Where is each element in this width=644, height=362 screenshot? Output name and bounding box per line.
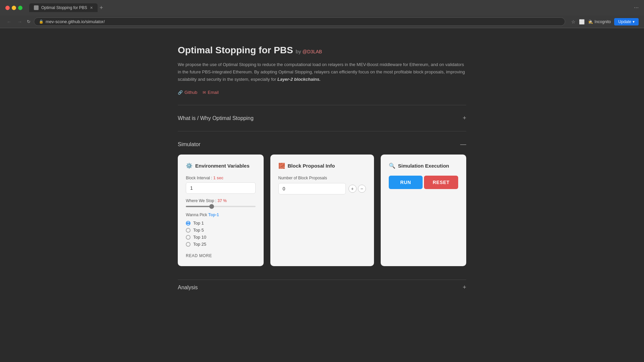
what-is-toggle[interactable]: + [463, 115, 466, 122]
gear-icon: ⚙️ [186, 163, 193, 169]
simulator-title: Simulator [178, 141, 201, 147]
link-icon: 🔗 [178, 90, 183, 95]
by-label: by [296, 49, 303, 54]
env-vars-title-text: Environment Variables [195, 163, 250, 169]
browser-titlebar: Optimal Stopping for PBS ✕ + ⋯ [0, 0, 644, 15]
radio-top5[interactable]: Top 5 [186, 228, 256, 233]
radio-top25-label: Top 25 [193, 242, 206, 247]
author-label: @D3LAB [303, 49, 322, 54]
back-button[interactable]: ← [5, 18, 13, 26]
slider-container: Where We Stop : 37 % [186, 198, 256, 207]
incognito-icon: 🕵 [588, 19, 593, 24]
github-link[interactable]: 🔗 Github [178, 90, 197, 95]
bookmark-icon[interactable]: ☆ [571, 19, 576, 24]
block-interval-input[interactable] [186, 182, 256, 194]
title-text: Optimal Stopping for PBS [178, 45, 293, 55]
simulation-title-text: Simulation Execution [398, 163, 449, 169]
env-vars-card: ⚙️ Environment Variables Block Interval … [178, 155, 264, 266]
divider-2 [178, 131, 466, 131]
active-tab[interactable]: Optimal Stopping for PBS ✕ [29, 3, 98, 12]
radio-top1-label: Top 1 [193, 221, 204, 226]
email-link[interactable]: ✉ Email [203, 90, 219, 95]
wanna-pick-highlight: Top-1 [208, 213, 219, 217]
analysis-toggle[interactable]: + [463, 284, 466, 291]
radio-circle-top5 [186, 228, 191, 233]
analysis-section-header[interactable]: Analysis + [178, 280, 466, 295]
update-button[interactable]: Update ▾ [614, 18, 639, 25]
num-proposals-input[interactable] [278, 183, 346, 194]
page-content: Optimal Stopping for PBS by @D3LAB We pr… [171, 28, 473, 312]
layer2-bold: Layer-2 blockchains. [277, 77, 321, 82]
github-label: Github [184, 90, 197, 95]
maximize-traffic-light[interactable] [18, 6, 22, 10]
lock-icon: 🔒 [39, 19, 44, 24]
where-we-stop-highlight: 37 % [218, 198, 227, 203]
update-label: Update [618, 19, 631, 24]
browser-chrome: Optimal Stopping for PBS ✕ + ⋯ ← → ↻ 🔒 m… [0, 0, 644, 28]
toolbar-right: ☆ ⬜ 🕵 Incognito Update ▾ [571, 18, 639, 25]
where-we-stop-label: Where We Stop : 37 % [186, 198, 256, 203]
reset-button[interactable]: RESET [424, 176, 458, 189]
page-title: Optimal Stopping for PBS by @D3LAB [178, 45, 466, 56]
radio-top25[interactable]: Top 25 [186, 242, 256, 247]
analysis-title: Analysis [178, 285, 198, 291]
tab-favicon [34, 5, 39, 10]
radio-top10-label: Top 10 [193, 235, 206, 240]
number-input-row: + − [278, 183, 366, 194]
what-is-title: What is / Why Optimal Stopping [178, 115, 254, 121]
block-interval-label: Block Interval : 1 sec [186, 176, 256, 180]
number-controls: + − [348, 185, 366, 193]
magnify-icon: 🔍 [389, 163, 395, 169]
radio-top10[interactable]: Top 10 [186, 235, 256, 240]
execution-buttons: RUN RESET [389, 176, 459, 189]
tab-bar: Optimal Stopping for PBS ✕ + [29, 3, 631, 12]
block-proposal-card-title: 🧱 Block Proposal Info [278, 163, 366, 169]
tab-title: Optimal Stopping for PBS [41, 5, 87, 10]
traffic-lights [5, 6, 22, 10]
minimize-traffic-light[interactable] [12, 6, 16, 10]
browser-toolbar: ← → ↻ 🔒 mev-scone.github.io/simulator/ ☆… [0, 15, 644, 28]
update-chevron-icon: ▾ [633, 19, 635, 24]
radio-circle-top1 [186, 221, 191, 226]
simulator-section-header: Simulator — [178, 137, 466, 155]
simulation-execution-card: 🔍 Simulation Execution RUN RESET [381, 155, 467, 266]
email-icon: ✉ [203, 90, 206, 95]
slider-thumb[interactable] [209, 204, 214, 209]
radio-top1[interactable]: Top 1 [186, 221, 256, 226]
simulation-card-title: 🔍 Simulation Execution [389, 163, 459, 169]
divider-1 [178, 105, 466, 105]
number-field-container: Number of Block Proposals + − [278, 176, 366, 194]
slider-track[interactable] [186, 206, 256, 207]
run-button[interactable]: RUN [389, 176, 423, 189]
block-proposal-card: 🧱 Block Proposal Info Number of Block Pr… [270, 155, 374, 266]
block-proposal-title-text: Block Proposal Info [288, 163, 335, 169]
tab-close-button[interactable]: ✕ [90, 6, 93, 10]
url-display: mev-scone.github.io/simulator/ [46, 19, 105, 24]
radio-group: Top 1 Top 5 Top 10 Top 25 [186, 221, 256, 247]
incognito-badge: 🕵 Incognito [588, 19, 611, 24]
radio-top5-label: Top 5 [193, 228, 204, 233]
wanna-pick-label: Wanna Pick Top-1 [186, 213, 256, 217]
address-bar[interactable]: 🔒 mev-scone.github.io/simulator/ [34, 17, 565, 26]
env-vars-card-title: ⚙️ Environment Variables [186, 163, 256, 169]
forward-button[interactable]: → [16, 18, 23, 26]
links-container: 🔗 Github ✉ Email [178, 90, 466, 95]
new-tab-button[interactable]: + [100, 4, 103, 11]
what-is-section-header[interactable]: What is / Why Optimal Stopping + [178, 111, 466, 126]
radio-circle-top25 [186, 242, 191, 247]
incognito-label: Incognito [595, 19, 611, 24]
radio-circle-top10 [186, 235, 191, 240]
block-icon: 🧱 [278, 163, 285, 169]
block-interval-highlight: 1 sec [213, 176, 223, 180]
analysis-section: Analysis + [178, 280, 466, 295]
extensions-icon[interactable]: ⬜ [579, 19, 585, 24]
close-traffic-light[interactable] [5, 6, 10, 10]
read-more-button[interactable]: READ MORE [186, 253, 212, 258]
num-proposals-label: Number of Block Proposals [278, 176, 366, 180]
refresh-button[interactable]: ↻ [27, 19, 31, 24]
decrement-button[interactable]: − [358, 185, 366, 193]
window-controls: ⋯ [634, 5, 639, 10]
simulator-toggle[interactable]: — [460, 141, 466, 148]
slider-fill [186, 206, 212, 207]
increment-button[interactable]: + [348, 185, 357, 193]
